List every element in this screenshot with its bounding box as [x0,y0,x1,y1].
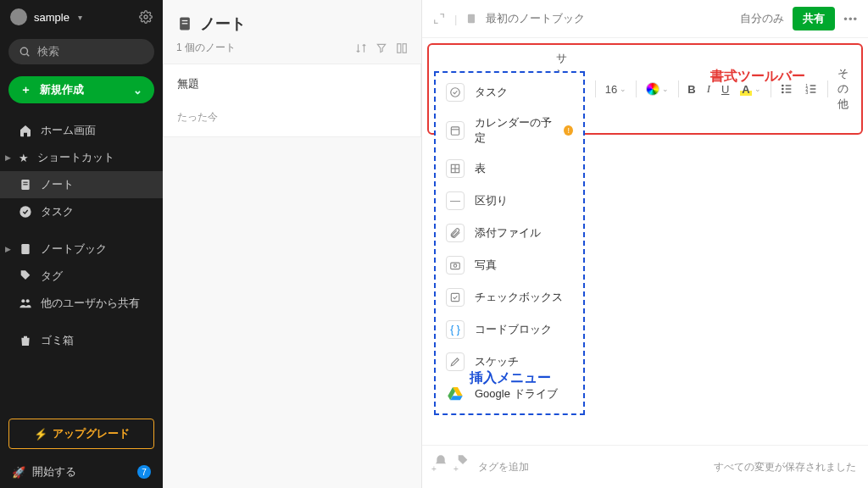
calendar-icon [446,121,465,140]
notes-panel: ノート 1 個のノート 無題 たった今 [163,0,422,488]
tag-icon [19,269,32,283]
nav: ホーム画面 ▶ ★ ショートカット ノート タスク ▶ ノートブック タグ 他の… [0,117,163,354]
svg-point-9 [26,299,30,302]
svg-point-18 [782,88,784,91]
sidebar: sample ▾ 検索 ＋ 新規作成 ⌄ ホーム画面 ▶ ★ ショートカット ノ… [0,0,163,488]
plus-icon: ＋ [20,82,31,97]
sidebar-item-home[interactable]: ホーム画面 [0,117,163,144]
svg-point-8 [21,299,25,302]
svg-point-20 [782,92,784,94]
rocket-icon: 🚀 [12,466,25,479]
account-row[interactable]: sample ▾ [0,0,163,34]
sidebar-item-trash[interactable]: ゴミ箱 [0,327,163,354]
new-note-label: 新規作成 [40,82,84,97]
svg-rect-5 [23,184,27,185]
table-icon [446,159,465,178]
editor-footer: + + タグを追加 すべての変更が保存されました [422,445,868,488]
sidebar-item-notes[interactable]: ノート [0,171,163,198]
avatar [10,8,27,25]
checkbox-icon [446,288,465,307]
note-time: たった今 [177,110,407,125]
reminder-icon[interactable]: + [434,454,448,480]
visibility-label[interactable]: 自分のみ [740,11,784,26]
sidebar-item-shortcuts[interactable]: ▶ ★ ショートカット [0,144,163,171]
svg-rect-21 [786,92,792,92]
insert-photo[interactable]: 写真 [436,249,583,281]
more-icon[interactable]: ••• [843,13,858,25]
code-icon: { } [446,320,465,339]
note-title: 無題 [177,76,407,92]
note-icon [19,178,32,191]
trash-icon [19,334,32,347]
svg-rect-11 [182,20,188,21]
svg-rect-4 [23,182,27,183]
svg-point-28 [451,88,460,97]
sidebar-item-tags[interactable]: タグ [0,263,163,290]
chevron-down-icon: ⌄ [133,84,142,97]
insert-task[interactable]: タスク [436,76,583,108]
insert-codeblock[interactable]: { }コードブロック [436,313,583,346]
insert-calendar[interactable]: カレンダーの予定! [436,108,583,152]
bolt-icon: ⚡ [34,428,47,441]
chevron-down-icon: ▾ [78,13,82,22]
notebook-name[interactable]: 最初のノートブック [486,11,585,26]
get-started[interactable]: 🚀 開始する 7 [0,456,163,488]
insert-menu: タスク カレンダーの予定! 表 —区切り 添付ファイル 写真 チェックボックス … [434,71,585,415]
divider-icon: — [446,191,465,210]
tag-add-icon[interactable]: + [456,454,470,480]
more-formatting-button[interactable]: その他 [834,64,856,114]
notes-subheader: 1 個のノート [163,41,421,64]
google-drive-icon [446,385,465,403]
note-card[interactable]: 無題 たった今 [163,64,421,137]
check-icon [19,205,32,219]
svg-point-6 [19,206,31,217]
font-size-dropdown[interactable]: 16⌄ [602,80,630,98]
view-icon[interactable] [396,42,408,54]
insert-divider[interactable]: —区切り [436,185,583,217]
paperclip-icon [446,224,465,242]
svg-rect-34 [451,263,460,269]
svg-rect-29 [451,127,459,135]
tag-placeholder[interactable]: タグを追加 [478,460,529,474]
pencil-icon [446,352,465,371]
annotation-insert-menu: 挿入メニュー [470,369,551,387]
insert-table[interactable]: 表 [436,152,583,185]
sidebar-item-tasks[interactable]: タスク [0,198,163,225]
annotation-toolbar: 書式ツールバー [710,68,805,86]
svg-rect-27 [810,92,816,92]
home-icon [19,124,32,137]
expand-icon[interactable] [432,12,446,25]
search-input[interactable]: 検索 [8,39,154,64]
sort-icon[interactable] [355,42,367,54]
svg-rect-25 [810,88,816,89]
upgrade-button[interactable]: ⚡ アップグレード [8,419,154,449]
svg-point-1 [20,47,27,54]
svg-point-0 [144,15,147,19]
triangle-icon: ▶ [5,153,11,162]
notes-count: 1 個のノート [176,41,236,55]
svg-text:3: 3 [806,90,809,95]
sidebar-item-shared[interactable]: 他のユーザから共有 [0,290,163,317]
bold-button[interactable]: B [684,80,698,98]
gear-icon[interactable] [139,10,153,24]
save-status: すべての変更が保存されました [714,460,856,474]
editor-panel: | 最初のノートブック 自分のみ 共有 ••• + 本文⌄ サンセリフ⌄ 16⌄… [422,0,868,488]
search-icon [19,46,31,58]
color-wheel-icon [646,82,659,96]
svg-line-2 [27,54,30,57]
user-name: sample [34,11,70,24]
insert-attachment[interactable]: 添付ファイル [436,217,583,249]
notebook-icon [465,13,477,25]
warning-icon: ! [564,125,573,136]
share-button[interactable]: 共有 [793,7,835,30]
text-color-button[interactable]: ⌄ [643,80,672,98]
svg-rect-14 [403,43,406,53]
svg-rect-12 [182,23,188,24]
insert-checkbox[interactable]: チェックボックス [436,281,583,313]
svg-rect-13 [398,43,401,53]
filter-icon[interactable] [376,42,387,54]
new-note-button[interactable]: ＋ 新規作成 ⌄ [8,76,154,103]
svg-rect-15 [468,14,475,24]
sidebar-item-notebooks[interactable]: ▶ ノートブック [0,236,163,263]
svg-rect-19 [786,88,792,89]
